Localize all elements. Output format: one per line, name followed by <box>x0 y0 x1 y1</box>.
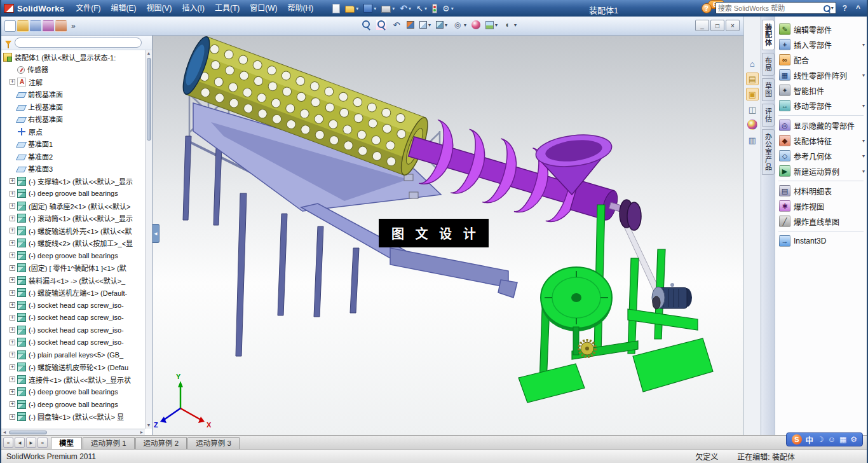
show-hidden-button[interactable]: ◎显示隐藏的零部件 <box>775 118 867 133</box>
tree-item[interactable]: +注解 <box>1 76 145 88</box>
expand-icon[interactable]: + <box>10 252 15 258</box>
menu-item[interactable]: 视图(V) <box>142 0 177 17</box>
configurationmanager-tab-icon[interactable] <box>30 20 41 32</box>
expand-icon[interactable]: + <box>10 389 15 395</box>
edit-appearance-button[interactable] <box>470 19 482 31</box>
flyout-arrow-icon[interactable]: ▾ <box>862 42 865 48</box>
open-document-button[interactable]: ▾ <box>343 3 360 13</box>
search-input[interactable] <box>718 4 822 12</box>
tree-item[interactable]: 基准面3 <box>1 163 145 176</box>
ime-mode-indicator[interactable]: 中 <box>806 434 813 445</box>
expand-icon[interactable]: + <box>10 277 15 283</box>
linear-pattern-button[interactable]: ▦线性零部件阵列▾ <box>775 67 867 83</box>
ime-moon-icon[interactable]: ☽ <box>817 435 824 444</box>
undo-button[interactable]: ▾ <box>398 2 413 15</box>
view-settings-button[interactable]: ▾ <box>501 18 519 31</box>
expand-icon[interactable]: + <box>10 414 15 420</box>
options-button[interactable]: ▾ <box>440 2 456 15</box>
tab-运动算例 1[interactable]: 运动算例 1 <box>83 437 135 449</box>
smart-fasteners-button[interactable]: ✦智能扣件 <box>775 83 867 98</box>
tree-item[interactable]: +(-) 支撑轴<1> (默认<<默认>_显示 <box>1 175 145 188</box>
tab-nav-first-button[interactable]: « <box>3 438 13 448</box>
display-style-button[interactable]: ▾ <box>434 20 449 30</box>
expand-icon[interactable]: + <box>10 364 15 370</box>
tree-item[interactable]: 基准面1 <box>1 138 145 151</box>
help-bubble-icon[interactable]: ? <box>702 3 712 13</box>
explode-line-sketch-button[interactable]: ╱爆炸直线草图 <box>775 214 867 229</box>
tab-模型[interactable]: 模型 <box>51 437 82 449</box>
tree-item[interactable]: +(-) deep groove ball bearings <box>1 386 145 399</box>
dropdown-icon[interactable]: ▾ <box>495 22 498 28</box>
exploded-view-button[interactable]: ✱爆炸视图 <box>775 198 867 214</box>
menu-item[interactable]: 插入(I) <box>177 0 210 17</box>
dropdown-icon[interactable]: ▾ <box>424 6 427 11</box>
dropdown-icon[interactable]: ▾ <box>409 6 411 11</box>
reference-geometry-button[interactable]: ◇参考几何体▾ <box>775 148 867 163</box>
flyout-arrow-icon[interactable]: ▾ <box>862 103 865 109</box>
menu-item[interactable]: 帮助(H) <box>283 0 319 17</box>
tab-运动算例 2[interactable]: 运动算例 2 <box>135 437 187 449</box>
view-palette-icon[interactable] <box>746 103 759 116</box>
tree-item[interactable]: 前视基准面 <box>1 88 145 101</box>
tab-运动算例 3[interactable]: 运动算例 3 <box>187 437 240 449</box>
design-library-icon[interactable] <box>746 73 759 85</box>
apply-scene-button[interactable]: ▾ <box>484 20 499 31</box>
expand-icon[interactable]: + <box>10 228 15 233</box>
expand-icon[interactable]: + <box>10 401 15 407</box>
tree-item[interactable]: +(-) deep groove ball bearings <box>1 398 145 411</box>
expand-icon[interactable]: + <box>10 302 15 308</box>
expand-icon[interactable]: + <box>10 203 15 209</box>
zoom-area-button[interactable] <box>374 18 388 31</box>
select-button[interactable]: ▾ <box>414 2 429 15</box>
expand-icon[interactable]: + <box>10 79 15 85</box>
expand-icon[interactable]: + <box>10 216 15 221</box>
ime-keyboard-icon[interactable]: ▦ <box>839 435 846 444</box>
menu-item[interactable]: 文件(F) <box>71 0 105 17</box>
belt-pulleys[interactable] <box>620 200 641 230</box>
commandmanager-tab[interactable]: 装配体 <box>762 20 775 50</box>
tab-nav-last-button[interactable]: » <box>37 438 48 448</box>
dimxpertmanager-tab-icon[interactable] <box>43 20 54 32</box>
mate-button[interactable]: ∞配合 <box>775 52 867 67</box>
ime-toolbox-icon[interactable]: ⚙ <box>850 435 857 444</box>
insert-component-button[interactable]: +插入零部件▾ <box>775 37 867 52</box>
tab-nav-next-button[interactable]: ► <box>26 438 36 448</box>
propertymanager-tab-icon[interactable] <box>17 20 29 32</box>
filter-funnel-icon[interactable] <box>5 41 11 45</box>
instant3d-button[interactable]: →Instant3D <box>775 233 867 249</box>
new-motion-study-button[interactable]: ▶新建运动算例▾ <box>775 163 867 179</box>
tree-item[interactable]: 右视基准面 <box>1 113 145 126</box>
expand-icon[interactable]: + <box>10 265 15 271</box>
doc-restore-button[interactable]: □ <box>710 20 724 31</box>
assembly-features-button[interactable]: ◆装配体特征▾ <box>775 133 867 148</box>
tree-item[interactable]: 基准面2 <box>1 150 145 163</box>
tree-item[interactable]: +连接件<1> (默认<<默认>_显示状 <box>1 373 145 386</box>
rebuild-button[interactable] <box>430 3 439 14</box>
more-tabs-icon[interactable]: » <box>71 22 76 31</box>
search-dropdown-icon[interactable]: ▾ <box>831 5 834 11</box>
new-document-button[interactable] <box>330 3 342 14</box>
tree-item[interactable]: +(-) 螺旋输送机外壳<1> (默认<<默 <box>1 225 145 237</box>
collapse-icon[interactable]: ^ <box>853 4 863 13</box>
tree-item[interactable]: +(-) socket head cap screw_iso- <box>1 336 145 349</box>
expand-icon[interactable]: + <box>10 178 15 184</box>
hide-show-items-button[interactable]: ▾ <box>451 18 468 31</box>
tree-root-item[interactable]: 装配体1 (默认<默认_显示状态-1: <box>1 51 145 64</box>
doc-minimize-button[interactable]: _ <box>695 20 709 31</box>
displaymanager-tab-icon[interactable] <box>55 20 67 32</box>
tree-item[interactable]: +(-) 滚动筒<1> (默认<<默认>_显示 <box>1 212 145 225</box>
tree-item[interactable]: +(-) socket head cap screw_iso- <box>1 299 145 312</box>
view-orientation-button[interactable]: ▾ <box>417 20 433 30</box>
motor[interactable] <box>652 283 692 309</box>
dropdown-icon[interactable]: ▾ <box>356 6 358 11</box>
expand-icon[interactable]: + <box>10 191 15 197</box>
dropdown-icon[interactable]: ▾ <box>464 22 466 28</box>
expand-icon[interactable]: + <box>10 340 15 345</box>
doc-close-button[interactable]: × <box>726 20 740 31</box>
expand-icon[interactable]: + <box>10 290 15 296</box>
scrollbar-thumb[interactable] <box>9 431 47 434</box>
dropdown-icon[interactable]: ▾ <box>428 22 431 28</box>
expand-icon[interactable]: + <box>10 352 15 357</box>
flyout-arrow-icon[interactable]: ▾ <box>862 153 865 159</box>
commandmanager-tab[interactable]: 办公室产品 <box>762 129 775 175</box>
